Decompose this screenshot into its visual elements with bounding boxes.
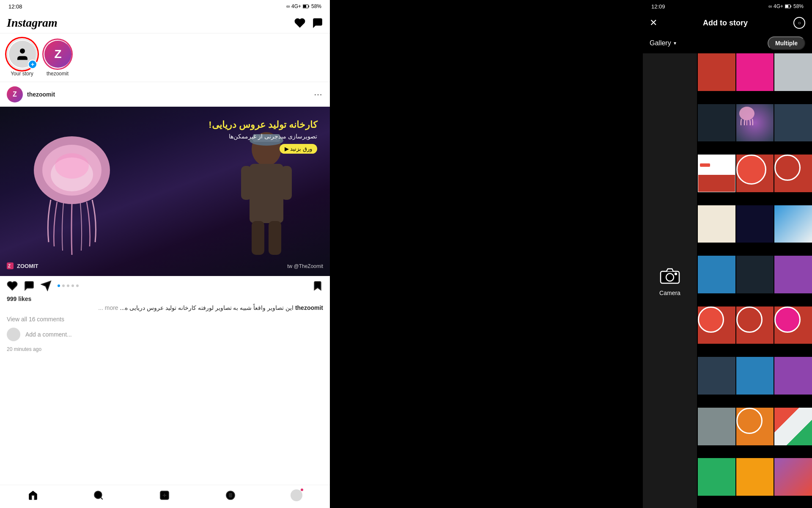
nav-reels[interactable]	[225, 490, 236, 501]
post-image[interactable]: کارخانه تولید عروس دریایی! تصویرسازی مید…	[0, 107, 330, 276]
post-text-overlay: کارخانه تولید عروس دریایی! تصویرسازی مید…	[208, 119, 317, 154]
nav-profile-avatar	[291, 489, 302, 501]
save-button[interactable]	[312, 280, 323, 291]
gallery-cell[interactable]	[774, 53, 812, 91]
instagram-logo: Instagram	[7, 16, 58, 30]
gallery-cell[interactable]	[698, 306, 735, 344]
gallery-cell[interactable]	[698, 256, 735, 293]
story-header: ✕ Add to story ○	[643, 13, 812, 33]
caption-text: این تصاویر واقعاً شبیه به تصاویر لورفته …	[118, 304, 294, 311]
gallery-cell[interactable]	[774, 155, 812, 192]
battery-icon-left	[303, 4, 310, 9]
comment-button[interactable]	[24, 280, 35, 291]
like-button[interactable]	[7, 280, 18, 291]
status-bar-right: 12:09 ∞ 4G+ 58%	[643, 0, 812, 13]
dot-3	[67, 284, 69, 287]
post-header: Z thezoomit ⋯	[0, 82, 330, 107]
signal-left: ∞ 4G+	[286, 3, 301, 9]
time-right: 12:09	[651, 3, 665, 10]
svg-rect-9	[250, 164, 283, 223]
gallery-cell[interactable]	[698, 357, 735, 395]
post-watermark-zoomit: Z ZOOMIT	[7, 262, 38, 269]
camera-column[interactable]: Camera	[643, 53, 698, 508]
your-story-item[interactable]: + Your story	[7, 39, 37, 77]
gallery-cell[interactable]	[736, 458, 774, 496]
comment-user-avatar	[7, 328, 20, 341]
gallery-cell[interactable]	[698, 205, 735, 243]
svg-rect-29	[790, 6, 791, 7]
gallery-label: Gallery	[650, 39, 671, 47]
dot-4	[71, 284, 74, 287]
post-user-info: Z thezoomit	[7, 86, 55, 102]
gallery-cell[interactable]	[774, 458, 812, 496]
camera-icon	[659, 265, 680, 286]
gallery-cell[interactable]	[736, 408, 774, 445]
signal-right: ∞ 4G+	[768, 3, 783, 9]
gallery-cell[interactable]	[698, 408, 735, 445]
thezoomit-story-item[interactable]: Z thezoomit	[42, 39, 73, 77]
multiple-button[interactable]: Multiple	[768, 36, 805, 50]
gallery-cell[interactable]	[698, 53, 735, 91]
post-visit-btn[interactable]: ورق بزنید ▶	[280, 144, 317, 154]
svg-point-7	[55, 153, 89, 179]
nav-search[interactable]	[93, 490, 104, 501]
gallery-cell[interactable]	[736, 256, 774, 293]
post-user-avatar[interactable]: Z	[7, 86, 23, 102]
gallery-cell[interactable]	[774, 104, 812, 142]
post-container: Z thezoomit ⋯	[0, 82, 330, 485]
gallery-cell[interactable]	[774, 357, 812, 395]
gallery-cell[interactable]	[774, 306, 812, 344]
gallery-cell[interactable]	[736, 205, 774, 243]
post-title-persian: کارخانه تولید عروس دریایی!	[208, 119, 317, 130]
gallery-cell[interactable]	[736, 53, 774, 91]
right-phone: 12:09 ∞ 4G+ 58% ✕ Add to story ○ Gallery…	[643, 0, 812, 508]
gallery-cell[interactable]	[736, 104, 774, 142]
comment-input[interactable]: Add a comment...	[25, 331, 72, 338]
nav-add[interactable]	[159, 490, 170, 501]
svg-rect-13	[269, 221, 281, 255]
gallery-cell[interactable]	[698, 458, 735, 496]
svg-rect-12	[252, 221, 264, 255]
battery-icon-right	[785, 4, 792, 9]
gallery-cell[interactable]	[736, 306, 774, 344]
add-comment-row: Add a comment...	[0, 324, 330, 345]
dot-1	[58, 284, 60, 287]
post-watermark-twitter: tw @TheZoomit	[287, 263, 323, 269]
your-story-label: Your story	[11, 71, 33, 77]
gallery-cell[interactable]	[698, 104, 735, 142]
camera-label: Camera	[659, 290, 680, 296]
gallery-cell[interactable]	[736, 357, 774, 395]
gallery-grid	[698, 53, 812, 508]
svg-rect-2	[308, 6, 309, 7]
settings-button[interactable]: ○	[793, 17, 805, 29]
gallery-cell[interactable]	[736, 155, 774, 192]
svg-point-33	[739, 107, 754, 120]
share-button[interactable]	[41, 280, 52, 291]
post-more-button[interactable]: ⋯	[314, 89, 323, 99]
gallery-cell[interactable]	[774, 256, 812, 293]
gallery-cell[interactable]	[774, 408, 812, 445]
post-actions	[0, 276, 330, 295]
post-username[interactable]: thezoomit	[27, 91, 55, 98]
heart-icon[interactable]	[294, 17, 305, 28]
story-header-title: Add to story	[703, 19, 748, 28]
chevron-down-icon: ▾	[674, 40, 676, 46]
messenger-icon[interactable]	[312, 17, 323, 28]
svg-marker-19	[41, 281, 51, 290]
gallery-selector[interactable]: Gallery ▾	[650, 39, 676, 47]
thezoomit-story-wrapper: Z	[42, 39, 73, 69]
svg-rect-28	[785, 5, 788, 8]
status-icons-right: ∞ 4G+ 58%	[768, 3, 804, 9]
view-comments-link[interactable]: View all 16 comments	[0, 314, 330, 324]
svg-rect-11	[281, 166, 292, 200]
gallery-cell[interactable]	[698, 155, 735, 192]
nav-profile[interactable]	[291, 489, 302, 501]
caption-more[interactable]: more ...	[98, 304, 118, 311]
nav-home[interactable]	[27, 490, 38, 501]
post-likes-count: 999 likes	[0, 295, 330, 302]
gallery-cell[interactable]	[774, 205, 812, 243]
caption-username[interactable]: thezoomit	[295, 304, 323, 311]
post-subtitle-persian: تصویرسازی میدجرنی از غیرممکن‌ها	[208, 133, 317, 140]
svg-point-32	[675, 273, 677, 275]
close-button[interactable]: ✕	[650, 17, 657, 28]
